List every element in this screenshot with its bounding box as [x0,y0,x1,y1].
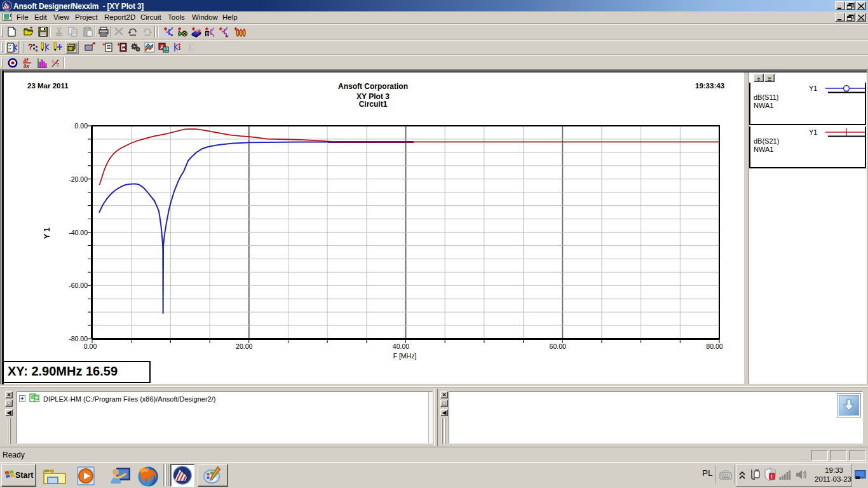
svg-text:∂x: ∂x [24,63,30,69]
svg-text:R: R [122,44,126,50]
svg-text:+: + [102,42,105,48]
svg-text:?: ? [28,42,33,51]
svg-text:+: + [117,42,120,48]
svg-text:+: + [178,42,181,48]
svg-text:!: ! [771,473,773,480]
